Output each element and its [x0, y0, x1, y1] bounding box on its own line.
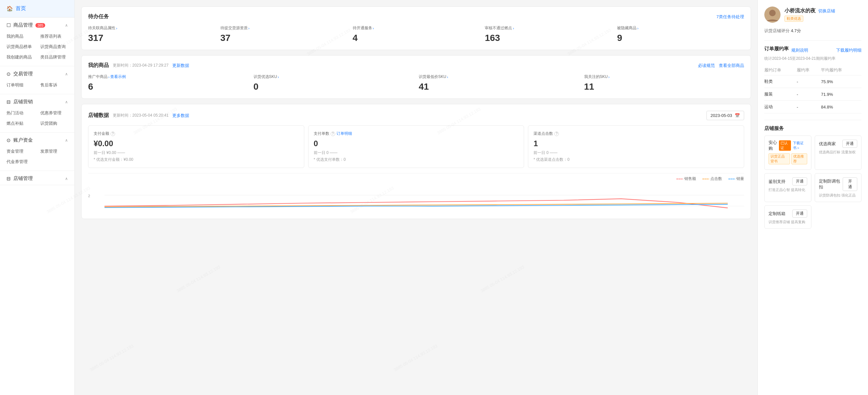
- legend-sales-volume: 销量: [728, 176, 744, 182]
- service-card-yoox: 优选商家 开通 优选商品打标 流量加权: [815, 135, 862, 170]
- marketing-grid: 热门活动 优惠券管理 燃点补贴 识货团购: [0, 108, 74, 132]
- store-data-header: 店铺数据 更新时间：2023-05-04 05:20:41 更多数据 2023-…: [88, 111, 744, 120]
- metric-label-2: 渠道点击数 ?: [533, 131, 739, 136]
- todo-item-4[interactable]: 被隐藏商品 › 9: [617, 25, 744, 43]
- rate-0: -: [797, 75, 821, 88]
- chart-legend: 销售额 点击数 销量: [88, 176, 744, 182]
- switch-store-btn[interactable]: 切换店铺: [818, 8, 835, 14]
- sidebar-section-header-funds[interactable]: ⊙ 账户资金 ∧: [0, 133, 74, 146]
- sidebar-item-my-created[interactable]: 我创建的商品: [4, 52, 37, 62]
- fulfillment-table: 履约订单 履约率 平均履约率 鞋类 - 75.9% 服装 - 71.9% 运动: [764, 65, 862, 113]
- todo-item-1[interactable]: 待提交货源资质 › 37: [220, 25, 347, 43]
- store-tag: 鞋类优选: [784, 15, 803, 22]
- metric-label-0: 支付金额 ?: [94, 131, 299, 136]
- store-metrics: 支付金额 ? ¥0.00 前一日 ¥0.00 —— * 优选支付金额：¥0.00…: [88, 125, 744, 168]
- sidebar-section-header-trade[interactable]: ⊙ 交易管理 ∧: [0, 66, 74, 80]
- sidebar-item-hot-activity[interactable]: 热门活动: [4, 108, 37, 118]
- todo-count-3: 163: [485, 33, 612, 43]
- sidebar-section-header-products[interactable]: ☐ 商品管理 385 ∧: [0, 18, 74, 32]
- download-certificate-link[interactable]: 下载证书＞: [793, 141, 807, 151]
- sidebar-home[interactable]: 🏠 首页: [0, 0, 74, 18]
- service-card-zhixiang: 定制纸箱 开通 识货推荐店铺 提高复购: [764, 205, 811, 229]
- sidebar-item-recommend-list[interactable]: 推荐语列表: [38, 32, 71, 41]
- chevron-up-icon-store: ∧: [65, 176, 68, 181]
- sidebar-item-brand-management[interactable]: 类目品牌管理: [38, 52, 71, 62]
- sidebar-item-order-detail[interactable]: 订单明细: [4, 80, 37, 90]
- service-desc-fangdiao: 识货防调包扣 强化正品: [819, 193, 858, 198]
- todo-count-2: 4: [353, 33, 480, 43]
- sidebar-item-recognition-query[interactable]: 识货商品查询: [38, 42, 71, 52]
- metric-channel-clicks: 渠道点击数 ? 1 前一日 0 —— * 优选渠道点击数：0: [528, 125, 744, 168]
- metric-extra-2: * 优选渠道点击数：0: [533, 157, 739, 162]
- products-section-label: 商品管理: [13, 22, 33, 28]
- jianding-open-btn[interactable]: 开通: [792, 177, 807, 186]
- product-label-2: 识货最低价SKU ›: [419, 74, 579, 79]
- my-products-rules-link[interactable]: 必读规范: [698, 63, 715, 69]
- my-products-update-btn[interactable]: 更新数据: [172, 63, 189, 69]
- score-value: 4.7分: [791, 28, 801, 33]
- sidebar-item-burn-subsidy[interactable]: 燃点补贴: [4, 119, 37, 128]
- metric-payment-amount: 支付金额 ? ¥0.00 前一日 ¥0.00 —— * 优选支付金额：¥0.00: [88, 125, 304, 168]
- metric-prev-0: 前一日 ¥0.00 ——: [94, 150, 299, 156]
- services-section: 店铺服务 安心购 已认证 下载证书＞ 识货正品背书 优选推荐 优选商家: [764, 125, 862, 229]
- metric-value-2: 1: [533, 139, 739, 148]
- sidebar-item-recognition-rank[interactable]: 识货商品榜单: [4, 42, 37, 52]
- sidebar-section-trade: ⊙ 交易管理 ∧ 订单明细 售后客诉: [0, 66, 74, 94]
- sidebar-item-voucher-mgmt[interactable]: 代金券管理: [4, 157, 70, 167]
- service-desc-jianding: 打造正品心智 提高转化: [769, 188, 807, 192]
- product-count-2: 41: [419, 81, 579, 92]
- sidebar-section-products: ☐ 商品管理 385 ∧ 我的商品 推荐语列表 识货商品榜单 识货商品查询 我创…: [0, 18, 74, 66]
- todo-title: 待办任务: [88, 13, 109, 20]
- legend-sales: 销售额: [677, 176, 696, 182]
- store-score: 识货店铺评分 4.7分: [764, 28, 862, 34]
- chart-svg: [88, 184, 744, 213]
- sidebar-section-header-store[interactable]: ⊟ 店铺管理 ∧: [0, 171, 74, 185]
- product-label-1: 识货优选SKU ›: [254, 74, 414, 79]
- store-data-date-picker[interactable]: 2023-05-03 📅: [706, 111, 744, 120]
- sidebar-section-store: ⊟ 店铺管理 ∧: [0, 171, 74, 185]
- zhixiang-open-btn[interactable]: 开通: [792, 209, 807, 218]
- fulfillment-download-link[interactable]: 下载履约明细: [836, 47, 862, 53]
- service-card-jianding: 鉴别支持 开通 打造正品心智 提高转化: [764, 173, 811, 202]
- yoox-open-btn[interactable]: 开通: [842, 140, 857, 148]
- funds-icon: ⊙: [6, 137, 11, 143]
- store-data-more-link[interactable]: 更多数据: [172, 113, 189, 119]
- trade-section-label: 交易管理: [13, 71, 33, 77]
- th-rate: 履约率: [797, 65, 821, 75]
- todo-count-0: 317: [88, 33, 215, 43]
- sidebar-item-fund-mgmt[interactable]: 资金管理: [4, 146, 37, 156]
- chevron-up-icon-funds: ∧: [65, 138, 68, 142]
- todo-item-2[interactable]: 待开通服务 › 4: [353, 25, 480, 43]
- fulfillment-header: 订单履约率 规则说明 下载履约明细: [764, 46, 862, 55]
- info-icon-0: ?: [111, 132, 115, 136]
- fulfillment-row-2: 运动 - 84.8%: [764, 101, 862, 113]
- product-label-3: 我关注的SKU ›: [584, 74, 744, 79]
- service-header-fangdiao: 定制防调包扣 开通: [819, 177, 858, 191]
- sidebar-item-my-products[interactable]: 我的商品: [4, 32, 37, 41]
- product-link-0[interactable]: 查看示例: [110, 74, 126, 79]
- avg-rate-1: 71.9%: [821, 88, 862, 101]
- funds-grid: 资金管理 发票管理 代金券管理: [0, 146, 74, 170]
- fulfillment-rules-link[interactable]: 规则说明: [791, 47, 808, 53]
- sidebar-item-after-sale[interactable]: 售后客诉: [38, 80, 71, 90]
- products-grid: 推广中商品 › 查看示例 6 识货优选SKU › 0 识货最低价SKU › 41: [88, 74, 744, 92]
- fangdiao-open-btn[interactable]: 开通: [843, 177, 857, 191]
- service-name-jianding: 鉴别支持: [769, 179, 785, 185]
- rate-2: -: [797, 101, 821, 113]
- sidebar-item-coupon-mgmt[interactable]: 优惠券管理: [38, 108, 71, 118]
- my-products-update-time: 更新时间：2023-04-29 17:29:27: [113, 63, 168, 68]
- sidebar-item-invoice-mgmt[interactable]: 发票管理: [38, 146, 71, 156]
- my-products-all-link[interactable]: 查看全部商品: [719, 63, 744, 69]
- user-details: 小桥流水的夜 切换店铺 鞋类优选: [784, 7, 862, 22]
- store-section-label: 店铺管理: [13, 175, 33, 182]
- service-header-anxin: 安心购 已认证 下载证书＞: [769, 140, 807, 152]
- fulfillment-period: 统计2023-04-15至2023-04-21期间履约率: [764, 56, 862, 61]
- product-item-0: 推广中商品 › 查看示例 6: [88, 74, 248, 92]
- todo-item-3[interactable]: 审核不通过燃点 › 163: [485, 25, 612, 43]
- funds-section-label: 账户资金: [13, 137, 33, 143]
- todo-item-0[interactable]: 待关联商品属性 › 317: [88, 25, 215, 43]
- order-detail-link[interactable]: 订单明细: [337, 131, 352, 136]
- sidebar-item-recognition-group[interactable]: 识货团购: [38, 119, 71, 128]
- sidebar-section-header-marketing[interactable]: ⊟ 店铺营销 ∧: [0, 94, 74, 108]
- todo-link[interactable]: 7类任务待处理: [716, 14, 744, 20]
